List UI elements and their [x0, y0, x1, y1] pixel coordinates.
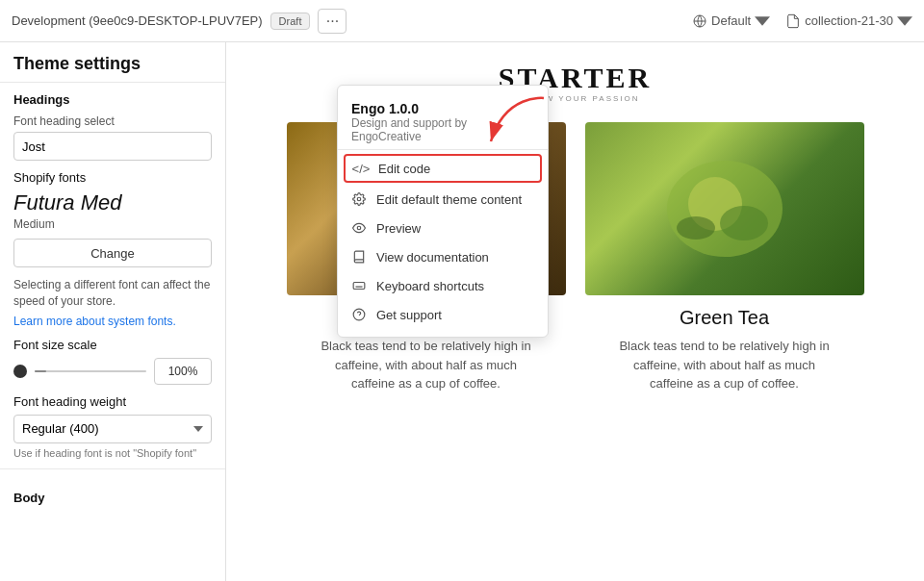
default-selector[interactable]: Default — [692, 13, 770, 29]
content-area: STARTER FOLLOW YOUR PASSION B — [226, 42, 924, 581]
edit-default-label: Edit default theme content — [376, 192, 522, 207]
font-preview: Futura Med — [13, 190, 212, 215]
product-desc-black-tea: Black teas tend to be relatively high in… — [321, 337, 532, 393]
book-icon — [351, 249, 367, 265]
svg-rect-11 — [353, 283, 365, 290]
draft-badge: Draft — [270, 13, 311, 30]
eye-icon — [351, 220, 367, 236]
dropdown-title: Engo 1.0.0 — [351, 101, 534, 116]
globe-icon — [692, 13, 707, 29]
keyboard-shortcuts-label: Keyboard shortcuts — [376, 279, 484, 293]
font-heading-weight-select[interactable]: Regular (400)Medium (500)Bold (700) — [13, 415, 212, 443]
topbar-right: Default collection-21-30 — [692, 13, 912, 29]
headings-section: Headings Font heading select Shopify fon… — [0, 83, 225, 468]
product-card-green-tea: Green Tea Black teas tend to be relative… — [585, 122, 864, 393]
sidebar-title: Theme settings — [13, 54, 212, 74]
dev-title: Development (9ee0c9-DESKTOP-LPUV7EP) — [12, 13, 263, 28]
chevron-down-icon — [755, 13, 770, 29]
font-heading-input[interactable] — [13, 132, 212, 161]
font-heading-weight-label: Font heading weight — [13, 394, 212, 409]
file-icon — [785, 13, 801, 29]
change-font-button[interactable]: Change — [13, 239, 212, 267]
keyboard-icon — [351, 278, 367, 293]
green-tea-illustration — [629, 132, 821, 286]
sidebar: Theme settings Headings Font heading sel… — [0, 42, 226, 581]
view-docs-label: View documentation — [376, 250, 489, 265]
dropdown-item-support[interactable]: Get support — [338, 300, 548, 329]
dropdown-menu: Engo 1.0.0 Design and support by EngoCre… — [337, 85, 549, 338]
font-info-text: Selecting a different font can affect th… — [13, 277, 212, 310]
product-name-green-tea: Green Tea — [585, 307, 864, 329]
svg-point-8 — [677, 216, 715, 240]
svg-point-10 — [357, 226, 361, 230]
dropdown-header: Engo 1.0.0 Design and support by EngoCre… — [338, 93, 548, 150]
get-support-label: Get support — [376, 308, 442, 322]
collection-selector[interactable]: collection-21-30 — [785, 13, 912, 29]
sidebar-header: Theme settings — [0, 42, 225, 83]
shopify-fonts-label: Shopify fonts — [13, 170, 212, 185]
help-icon — [351, 307, 367, 322]
dropdown-item-preview[interactable]: Preview — [338, 214, 548, 242]
product-image-green-tea — [585, 122, 864, 295]
collection-label: collection-21-30 — [805, 13, 893, 28]
code-icon: </> — [353, 161, 369, 176]
product-desc-green-tea: Black teas tend to be relatively high in… — [619, 337, 831, 393]
slider-handle[interactable] — [13, 365, 27, 378]
font-weight-preview: Medium — [13, 217, 212, 231]
topbar: Development (9ee0c9-DESKTOP-LPUV7EP) Dra… — [0, 0, 924, 42]
font-heading-select-label: Font heading select — [13, 114, 212, 128]
topbar-left: Development (9ee0c9-DESKTOP-LPUV7EP) Dra… — [12, 9, 684, 34]
preview-label: Preview — [376, 221, 421, 236]
slider-track[interactable] — [35, 370, 146, 372]
preview-area: STARTER FOLLOW YOUR PASSION B — [226, 42, 924, 581]
svg-point-9 — [357, 197, 361, 201]
dropdown-item-keyboard[interactable]: Keyboard shortcuts — [338, 271, 548, 300]
dropdown-subtitle: Design and support by EngoCreative — [351, 116, 534, 143]
dropdown-item-edit-code[interactable]: </> Edit code — [344, 154, 542, 183]
more-options-button[interactable]: ··· — [318, 9, 346, 34]
chevron-down-icon-2 — [897, 13, 912, 29]
dropdown-item-edit-default[interactable]: Edit default theme content — [338, 185, 548, 214]
font-size-slider-row: 100 % — [13, 358, 212, 385]
font-size-scale-label: Font size scale — [13, 338, 212, 352]
edit-icon — [351, 191, 367, 207]
edit-code-label: Edit code — [378, 162, 430, 176]
body-section: Body — [0, 469, 225, 515]
learn-more-link[interactable]: Learn more about system fonts. — [13, 315, 176, 328]
main-layout: Theme settings Headings Font heading sel… — [0, 42, 924, 581]
use-if-text: Use if heading font is not "Shopify font… — [13, 447, 212, 459]
svg-point-7 — [720, 206, 768, 240]
default-label: Default — [711, 13, 751, 28]
body-label: Body — [13, 491, 212, 505]
percent-box: 100 % — [154, 358, 212, 385]
headings-label: Headings — [13, 92, 212, 107]
dropdown-item-view-docs[interactable]: View documentation — [338, 242, 548, 271]
